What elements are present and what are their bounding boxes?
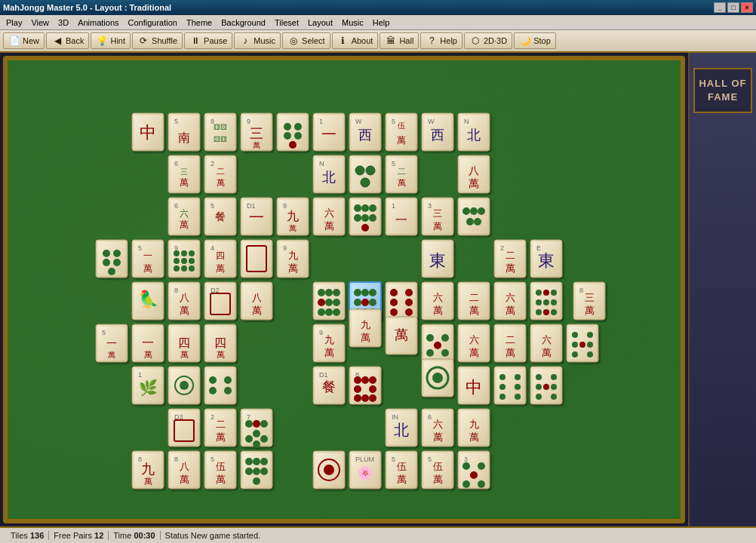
- menu-music[interactable]: Music: [337, 17, 368, 29]
- hall-button[interactable]: 🏛 Hall: [380, 32, 419, 49]
- close-button[interactable]: ×: [741, 2, 753, 13]
- svg-text:8: 8: [174, 287, 178, 294]
- main-area: 中 5 南 8 ⚅⚄ ⚄⚅ 9: [0, 53, 756, 526]
- svg-text:N: N: [319, 160, 324, 167]
- svg-rect-311: [204, 367, 236, 404]
- stop-button[interactable]: 🌙 Stop: [514, 32, 556, 49]
- svg-point-120: [478, 207, 485, 215]
- svg-point-214: [390, 299, 398, 306]
- svg-text:九: 九: [287, 210, 299, 222]
- svg-text:⚄⚅: ⚄⚅: [214, 135, 227, 143]
- svg-text:萬: 萬: [180, 305, 189, 316]
- game-board[interactable]: 中 5 南 8 ⚅⚄ ⚄⚅ 9: [3, 56, 685, 523]
- svg-text:二: 二: [469, 292, 479, 303]
- svg-point-372: [245, 435, 253, 443]
- svg-point-202: [361, 289, 369, 296]
- svg-point-351: [536, 384, 542, 390]
- menu-play[interactable]: Play: [2, 17, 26, 29]
- svg-point-194: [325, 299, 333, 306]
- svg-text:4: 4: [211, 244, 214, 252]
- svg-point-144: [174, 265, 180, 272]
- svg-point-126: [113, 250, 121, 257]
- menu-view[interactable]: View: [26, 17, 54, 29]
- svg-point-145: [181, 265, 187, 272]
- music-label: Music: [254, 36, 275, 45]
- svg-text:6: 6: [428, 413, 432, 421]
- back-icon: ◀: [51, 35, 63, 47]
- svg-text:北: 北: [467, 127, 481, 143]
- svg-point-104: [361, 214, 369, 222]
- svg-text:三: 三: [180, 167, 188, 176]
- svg-text:萬: 萬: [469, 431, 479, 443]
- svg-text:萬: 萬: [217, 350, 225, 359]
- board-inner: 中 5 南 8 ⚅⚄ ⚄⚅ 9: [8, 60, 681, 519]
- svg-text:萬: 萬: [433, 431, 443, 443]
- new-button[interactable]: 📄 New: [3, 32, 45, 49]
- svg-point-66: [361, 178, 370, 187]
- back-button[interactable]: ◀ Back: [46, 32, 89, 49]
- menu-background[interactable]: Background: [217, 17, 270, 29]
- minimize-button[interactable]: _: [714, 2, 726, 13]
- svg-point-344: [515, 384, 521, 390]
- svg-point-373: [260, 435, 268, 443]
- pause-button[interactable]: ⏸ Pause: [184, 32, 232, 49]
- svg-point-105: [369, 214, 376, 222]
- svg-text:六: 六: [506, 292, 515, 303]
- svg-text:西: 西: [358, 127, 372, 143]
- help-label: Help: [440, 36, 457, 45]
- svg-text:九: 九: [324, 334, 334, 345]
- svg-point-326: [369, 376, 376, 384]
- 2d3d-button[interactable]: ⬡ 2D·3D: [464, 32, 512, 49]
- svg-text:5: 5: [392, 118, 395, 125]
- svg-text:萬: 萬: [433, 474, 443, 485]
- svg-text:北: 北: [394, 422, 409, 438]
- svg-text:伍: 伍: [398, 121, 405, 130]
- svg-text:6: 6: [174, 160, 178, 167]
- svg-point-141: [174, 258, 180, 264]
- menu-theme[interactable]: Theme: [182, 17, 217, 29]
- svg-point-374: [253, 440, 260, 448]
- svg-point-302: [587, 351, 593, 357]
- hall-of-fame-panel[interactable]: HALL OFFAME: [688, 53, 756, 526]
- hint-button[interactable]: 💡 Hint: [91, 32, 131, 49]
- svg-text:餐: 餐: [322, 379, 336, 394]
- svg-text:D1: D1: [319, 371, 328, 379]
- svg-point-240: [551, 309, 557, 315]
- svg-text:西: 西: [431, 127, 444, 143]
- menu-layout[interactable]: Layout: [303, 17, 337, 29]
- svg-text:二: 二: [216, 419, 226, 430]
- svg-text:1: 1: [319, 118, 323, 125]
- svg-point-122: [474, 218, 481, 225]
- svg-text:2: 2: [211, 413, 214, 421]
- svg-point-64: [355, 166, 364, 175]
- svg-point-125: [103, 250, 110, 257]
- help-button[interactable]: ? Help: [420, 32, 463, 49]
- about-label: About: [352, 36, 373, 45]
- svg-text:萬: 萬: [217, 178, 225, 187]
- svg-point-415: [324, 465, 334, 475]
- menu-3d[interactable]: 3D: [54, 17, 73, 29]
- svg-text:九: 九: [288, 250, 298, 261]
- menu-configuration[interactable]: Configuration: [124, 17, 182, 29]
- svg-rect-116: [458, 198, 490, 235]
- svg-text:萬: 萬: [324, 347, 334, 358]
- select-button[interactable]: ◎ Select: [282, 32, 330, 49]
- select-label: Select: [302, 36, 325, 45]
- svg-text:萬: 萬: [144, 350, 152, 359]
- shuffle-button[interactable]: ⟳ Shuffle: [132, 32, 183, 49]
- svg-point-238: [536, 309, 542, 315]
- about-button[interactable]: ℹ About: [332, 32, 379, 49]
- svg-text:九: 九: [141, 462, 155, 477]
- maximize-button[interactable]: □: [727, 2, 739, 13]
- svg-text:9: 9: [283, 202, 287, 210]
- status-value: New game started.: [191, 531, 260, 540]
- menu-tileset[interactable]: Tileset: [270, 17, 303, 29]
- svg-point-355: [551, 394, 557, 400]
- svg-point-349: [536, 374, 542, 380]
- svg-point-325: [361, 376, 369, 384]
- svg-text:萬: 萬: [469, 178, 479, 189]
- music-button[interactable]: ♪ Music: [234, 32, 281, 49]
- menu-help[interactable]: Help: [368, 17, 395, 29]
- menu-animations[interactable]: Animations: [73, 17, 123, 29]
- svg-point-197: [325, 308, 333, 316]
